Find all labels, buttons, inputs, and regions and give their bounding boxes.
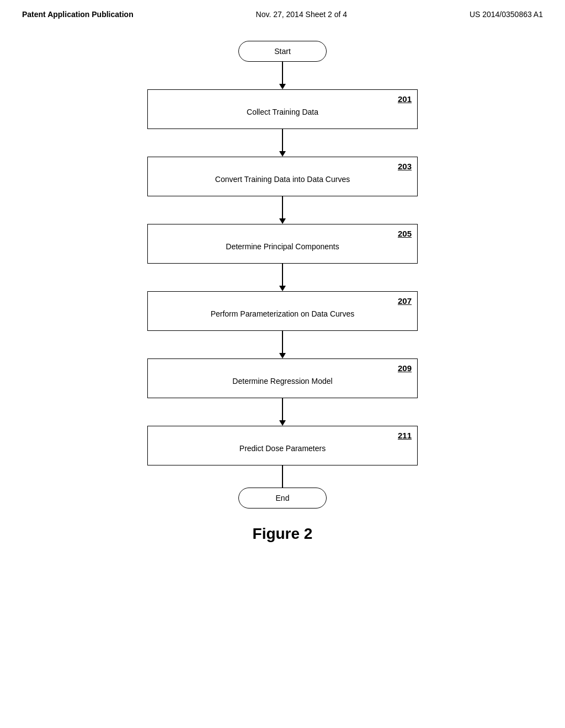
step-209-number: 209	[398, 363, 412, 373]
step-205-label: Determine Principal Components	[159, 234, 406, 253]
step-209-label: Determine Regression Model	[159, 369, 406, 388]
end-terminal: End	[238, 488, 327, 508]
step-201-label: Collect Training Data	[159, 100, 406, 119]
step-203-label: Convert Training Data into Data Curves	[159, 167, 406, 186]
arrow-209-to-211	[279, 398, 286, 426]
step-211-number: 211	[398, 431, 412, 440]
step-207-label: Perform Parameterization on Data Curves	[159, 302, 406, 320]
figure-caption: Figure 2	[253, 525, 313, 543]
step-211-box: 211 Predict Dose Parameters	[147, 426, 418, 465]
line-211-to-end	[282, 465, 283, 488]
arrow-203-to-205	[279, 196, 286, 224]
step-205-box: 205 Determine Principal Components	[147, 224, 418, 264]
publication-label: Patent Application Publication	[22, 10, 134, 19]
step-211-label: Predict Dose Parameters	[159, 436, 406, 455]
step-203-number: 203	[398, 162, 412, 171]
step-205-number: 205	[398, 229, 412, 238]
page-header: Patent Application Publication Nov. 27, …	[0, 0, 565, 24]
arrow-205-to-207	[279, 264, 286, 291]
step-201-number: 201	[398, 94, 412, 104]
flowchart-diagram: Start 201 Collect Training Data 203 Conv…	[0, 24, 565, 543]
step-207-number: 207	[398, 296, 412, 306]
patent-number-label: US 2014/0350863 A1	[470, 10, 543, 19]
step-203-box: 203 Convert Training Data into Data Curv…	[147, 157, 418, 196]
step-201-box: 201 Collect Training Data	[147, 89, 418, 129]
arrow-start-to-201	[279, 62, 286, 89]
arrow-207-to-209	[279, 331, 286, 358]
step-209-box: 209 Determine Regression Model	[147, 358, 418, 398]
date-sheet-label: Nov. 27, 2014 Sheet 2 of 4	[256, 10, 348, 19]
arrow-201-to-203	[279, 129, 286, 157]
step-207-box: 207 Perform Parameterization on Data Cur…	[147, 291, 418, 331]
start-terminal: Start	[238, 41, 327, 62]
